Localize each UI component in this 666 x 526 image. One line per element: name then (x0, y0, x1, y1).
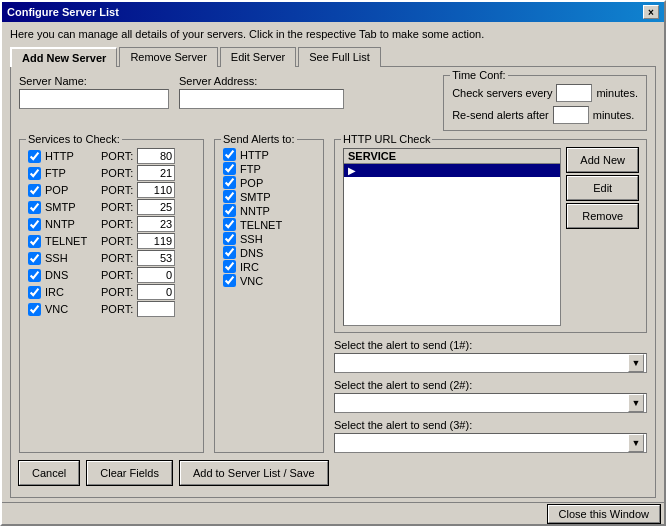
http-url-label: HTTP URL Check (341, 133, 432, 145)
alert-row: HTTP (223, 148, 315, 161)
add-new-button[interactable]: Add New (567, 148, 638, 172)
select-dropdown-3[interactable]: ▼ (334, 433, 647, 453)
http-url-buttons: Add New Edit Remove (567, 148, 638, 326)
check-servers-input[interactable] (556, 84, 592, 102)
services-group: Services to Check: HTTP PORT: FTP PORT: … (19, 139, 204, 453)
port-input-ssh[interactable] (137, 250, 175, 266)
port-label: PORT: (101, 201, 133, 213)
port-label: PORT: (101, 286, 133, 298)
select-group-2: Select the alert to send (2#): ▼ (334, 379, 647, 413)
top-fields-row: Server Name: Server Address: Time Conf: … (19, 75, 647, 131)
service-checkbox-pop[interactable] (28, 184, 41, 197)
resend-alerts-row: Re-send alerts after minutes. (452, 106, 638, 124)
window-title: Configure Server List (7, 6, 119, 18)
alert-row: NNTP (223, 204, 315, 217)
tab-bar: Add New Server Remove Server Edit Server… (10, 46, 656, 66)
service-name-nntp: NNTP (45, 218, 97, 230)
port-input-vnc[interactable] (137, 301, 175, 317)
edit-button[interactable]: Edit (567, 176, 638, 200)
alert-name-irc: IRC (240, 261, 259, 273)
clear-fields-button[interactable]: Clear Fields (87, 461, 172, 485)
alert-row: SMTP (223, 190, 315, 203)
service-checkbox-ssh[interactable] (28, 252, 41, 265)
port-label: PORT: (101, 303, 133, 315)
select-label-3: Select the alert to send (3#): (334, 419, 647, 431)
alert-checkbox-nntp[interactable] (223, 204, 236, 217)
service-checkbox-ftp[interactable] (28, 167, 41, 180)
server-address-input[interactable] (179, 89, 344, 109)
select-dropdown-2[interactable]: ▼ (334, 393, 647, 413)
tab-edit-server[interactable]: Edit Server (220, 47, 296, 67)
middle-section: Services to Check: HTTP PORT: FTP PORT: … (19, 139, 647, 453)
port-input-dns[interactable] (137, 267, 175, 283)
select-dropdown-1[interactable]: ▼ (334, 353, 647, 373)
alert-checkbox-irc[interactable] (223, 260, 236, 273)
window-body: Here you can manage all details of your … (2, 22, 664, 502)
service-checkbox-telnet[interactable] (28, 235, 41, 248)
http-url-group: HTTP URL Check SERVICE ▶ Add New (334, 139, 647, 333)
service-name-smtp: SMTP (45, 201, 97, 213)
dropdown-arrow-icon-3: ▼ (628, 434, 644, 452)
server-name-input[interactable] (19, 89, 169, 109)
tab-see-full-list[interactable]: See Full List (298, 47, 381, 67)
title-bar: Configure Server List × (2, 2, 664, 22)
alert-checkbox-ssh[interactable] (223, 232, 236, 245)
right-panel: Select the alert to send (1#): ▼ Select … (334, 339, 647, 453)
service-name-ssh: SSH (45, 252, 97, 264)
main-content: Server Name: Server Address: Time Conf: … (10, 66, 656, 498)
list-item[interactable]: ▶ (344, 164, 560, 177)
service-name-irc: IRC (45, 286, 97, 298)
service-row: HTTP PORT: (28, 148, 195, 164)
resend-alerts-label: Re-send alerts after (452, 109, 549, 121)
service-row: FTP PORT: (28, 165, 195, 181)
alert-name-telnet: TELNET (240, 219, 282, 231)
save-button[interactable]: Add to Server List / Save (180, 461, 328, 485)
window-close-button[interactable]: × (643, 5, 659, 19)
services-list: HTTP PORT: FTP PORT: POP PORT: SMTP PORT… (28, 148, 195, 317)
port-input-irc[interactable] (137, 284, 175, 300)
close-window-button[interactable]: Close this Window (548, 505, 660, 523)
alerts-list: HTTP FTP POP SMTP NNTP TELNET SSH DNS IR… (223, 148, 315, 287)
port-input-ftp[interactable] (137, 165, 175, 181)
alert-checkbox-ftp[interactable] (223, 162, 236, 175)
port-input-smtp[interactable] (137, 199, 175, 215)
port-input-telnet[interactable] (137, 233, 175, 249)
listbox-column-service: SERVICE (344, 149, 560, 164)
cancel-button[interactable]: Cancel (19, 461, 79, 485)
service-checkbox-irc[interactable] (28, 286, 41, 299)
service-checkbox-nntp[interactable] (28, 218, 41, 231)
alert-checkbox-dns[interactable] (223, 246, 236, 259)
tab-remove-server[interactable]: Remove Server (119, 47, 217, 67)
alert-checkbox-vnc[interactable] (223, 274, 236, 287)
server-address-group: Server Address: (179, 75, 344, 131)
service-name-telnet: TELNET (45, 235, 97, 247)
port-label: PORT: (101, 218, 133, 230)
service-row: DNS PORT: (28, 267, 195, 283)
alert-checkbox-pop[interactable] (223, 176, 236, 189)
dropdown-arrow-icon-1: ▼ (628, 354, 644, 372)
alert-checkbox-http[interactable] (223, 148, 236, 161)
service-checkbox-http[interactable] (28, 150, 41, 163)
alert-name-dns: DNS (240, 247, 263, 259)
port-input-nntp[interactable] (137, 216, 175, 232)
select-group-1: Select the alert to send (1#): ▼ (334, 339, 647, 373)
tab-add-new-server[interactable]: Add New Server (10, 47, 117, 67)
service-checkbox-dns[interactable] (28, 269, 41, 282)
port-label: PORT: (101, 184, 133, 196)
send-alerts-group: Send Alerts to: HTTP FTP POP SMTP NNTP T… (214, 139, 324, 453)
port-input-http[interactable] (137, 148, 175, 164)
service-checkbox-vnc[interactable] (28, 303, 41, 316)
main-window: Configure Server List × Here you can man… (0, 0, 666, 526)
service-checkbox-smtp[interactable] (28, 201, 41, 214)
alert-name-http: HTTP (240, 149, 269, 161)
alert-checkbox-smtp[interactable] (223, 190, 236, 203)
remove-button[interactable]: Remove (567, 204, 638, 228)
service-row: POP PORT: (28, 182, 195, 198)
send-alerts-label: Send Alerts to: (221, 133, 297, 145)
http-url-listbox[interactable]: SERVICE ▶ (343, 148, 561, 326)
port-input-pop[interactable] (137, 182, 175, 198)
service-row: VNC PORT: (28, 301, 195, 317)
resend-alerts-input[interactable] (553, 106, 589, 124)
alert-checkbox-telnet[interactable] (223, 218, 236, 231)
service-name-vnc: VNC (45, 303, 97, 315)
